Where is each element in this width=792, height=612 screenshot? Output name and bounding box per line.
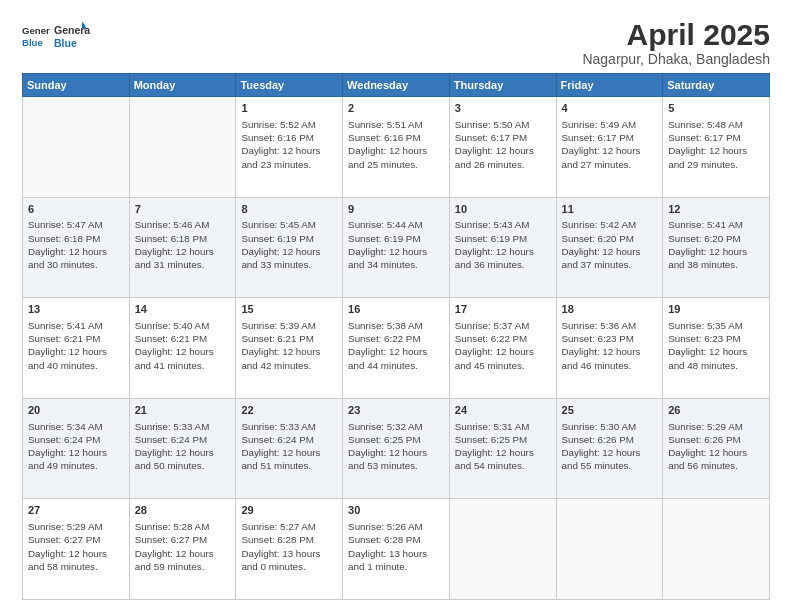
calendar-cell [129, 97, 236, 198]
day-number: 23 [348, 403, 444, 418]
day-number: 22 [241, 403, 337, 418]
week-row-2: 6Sunrise: 5:47 AM Sunset: 6:18 PM Daylig… [23, 197, 770, 298]
day-number: 14 [135, 302, 231, 317]
header: General Blue General Blue General Blue A… [22, 18, 770, 67]
calendar-cell [23, 97, 130, 198]
calendar-cell: 8Sunrise: 5:45 AM Sunset: 6:19 PM Daylig… [236, 197, 343, 298]
calendar-cell: 27Sunrise: 5:29 AM Sunset: 6:27 PM Dayli… [23, 499, 130, 600]
day-number: 2 [348, 101, 444, 116]
day-info: Sunrise: 5:26 AM Sunset: 6:28 PM Dayligh… [348, 520, 444, 573]
day-info: Sunrise: 5:29 AM Sunset: 6:27 PM Dayligh… [28, 520, 124, 573]
day-number: 30 [348, 503, 444, 518]
calendar-cell: 20Sunrise: 5:34 AM Sunset: 6:24 PM Dayli… [23, 398, 130, 499]
day-number: 5 [668, 101, 764, 116]
calendar-cell: 30Sunrise: 5:26 AM Sunset: 6:28 PM Dayli… [343, 499, 450, 600]
calendar-cell [556, 499, 663, 600]
day-info: Sunrise: 5:49 AM Sunset: 6:17 PM Dayligh… [562, 118, 658, 171]
day-info: Sunrise: 5:45 AM Sunset: 6:19 PM Dayligh… [241, 218, 337, 271]
calendar-cell: 28Sunrise: 5:28 AM Sunset: 6:27 PM Dayli… [129, 499, 236, 600]
day-number: 26 [668, 403, 764, 418]
day-info: Sunrise: 5:52 AM Sunset: 6:16 PM Dayligh… [241, 118, 337, 171]
day-number: 18 [562, 302, 658, 317]
day-info: Sunrise: 5:37 AM Sunset: 6:22 PM Dayligh… [455, 319, 551, 372]
day-info: Sunrise: 5:36 AM Sunset: 6:23 PM Dayligh… [562, 319, 658, 372]
day-info: Sunrise: 5:32 AM Sunset: 6:25 PM Dayligh… [348, 420, 444, 473]
calendar-cell: 4Sunrise: 5:49 AM Sunset: 6:17 PM Daylig… [556, 97, 663, 198]
day-number: 3 [455, 101, 551, 116]
day-info: Sunrise: 5:41 AM Sunset: 6:20 PM Dayligh… [668, 218, 764, 271]
weekday-tuesday: Tuesday [236, 74, 343, 97]
weekday-thursday: Thursday [449, 74, 556, 97]
day-info: Sunrise: 5:38 AM Sunset: 6:22 PM Dayligh… [348, 319, 444, 372]
subtitle: Nagarpur, Dhaka, Bangladesh [582, 51, 770, 67]
weekday-header-row: SundayMondayTuesdayWednesdayThursdayFrid… [23, 74, 770, 97]
calendar-cell: 26Sunrise: 5:29 AM Sunset: 6:26 PM Dayli… [663, 398, 770, 499]
weekday-saturday: Saturday [663, 74, 770, 97]
calendar-cell: 13Sunrise: 5:41 AM Sunset: 6:21 PM Dayli… [23, 298, 130, 399]
calendar-cell: 23Sunrise: 5:32 AM Sunset: 6:25 PM Dayli… [343, 398, 450, 499]
calendar-table: SundayMondayTuesdayWednesdayThursdayFrid… [22, 73, 770, 600]
calendar-cell: 3Sunrise: 5:50 AM Sunset: 6:17 PM Daylig… [449, 97, 556, 198]
calendar-cell [449, 499, 556, 600]
svg-text:Blue: Blue [22, 37, 43, 48]
day-number: 21 [135, 403, 231, 418]
calendar-cell: 14Sunrise: 5:40 AM Sunset: 6:21 PM Dayli… [129, 298, 236, 399]
day-info: Sunrise: 5:39 AM Sunset: 6:21 PM Dayligh… [241, 319, 337, 372]
day-number: 15 [241, 302, 337, 317]
day-info: Sunrise: 5:30 AM Sunset: 6:26 PM Dayligh… [562, 420, 658, 473]
day-info: Sunrise: 5:33 AM Sunset: 6:24 PM Dayligh… [135, 420, 231, 473]
calendar-cell: 15Sunrise: 5:39 AM Sunset: 6:21 PM Dayli… [236, 298, 343, 399]
calendar-cell: 10Sunrise: 5:43 AM Sunset: 6:19 PM Dayli… [449, 197, 556, 298]
calendar-cell: 5Sunrise: 5:48 AM Sunset: 6:17 PM Daylig… [663, 97, 770, 198]
calendar-cell: 1Sunrise: 5:52 AM Sunset: 6:16 PM Daylig… [236, 97, 343, 198]
day-info: Sunrise: 5:46 AM Sunset: 6:18 PM Dayligh… [135, 218, 231, 271]
day-info: Sunrise: 5:42 AM Sunset: 6:20 PM Dayligh… [562, 218, 658, 271]
week-row-5: 27Sunrise: 5:29 AM Sunset: 6:27 PM Dayli… [23, 499, 770, 600]
day-number: 4 [562, 101, 658, 116]
day-number: 9 [348, 202, 444, 217]
day-number: 10 [455, 202, 551, 217]
page: General Blue General Blue General Blue A… [0, 0, 792, 612]
calendar-cell: 7Sunrise: 5:46 AM Sunset: 6:18 PM Daylig… [129, 197, 236, 298]
day-number: 24 [455, 403, 551, 418]
weekday-sunday: Sunday [23, 74, 130, 97]
day-info: Sunrise: 5:28 AM Sunset: 6:27 PM Dayligh… [135, 520, 231, 573]
day-info: Sunrise: 5:47 AM Sunset: 6:18 PM Dayligh… [28, 218, 124, 271]
day-number: 28 [135, 503, 231, 518]
day-info: Sunrise: 5:31 AM Sunset: 6:25 PM Dayligh… [455, 420, 551, 473]
calendar-cell: 21Sunrise: 5:33 AM Sunset: 6:24 PM Dayli… [129, 398, 236, 499]
day-info: Sunrise: 5:48 AM Sunset: 6:17 PM Dayligh… [668, 118, 764, 171]
day-info: Sunrise: 5:44 AM Sunset: 6:19 PM Dayligh… [348, 218, 444, 271]
logo: General Blue General Blue General Blue [22, 18, 90, 54]
day-info: Sunrise: 5:33 AM Sunset: 6:24 PM Dayligh… [241, 420, 337, 473]
calendar-cell: 9Sunrise: 5:44 AM Sunset: 6:19 PM Daylig… [343, 197, 450, 298]
day-info: Sunrise: 5:43 AM Sunset: 6:19 PM Dayligh… [455, 218, 551, 271]
day-info: Sunrise: 5:29 AM Sunset: 6:26 PM Dayligh… [668, 420, 764, 473]
svg-text:Blue: Blue [54, 37, 77, 49]
week-row-3: 13Sunrise: 5:41 AM Sunset: 6:21 PM Dayli… [23, 298, 770, 399]
day-info: Sunrise: 5:27 AM Sunset: 6:28 PM Dayligh… [241, 520, 337, 573]
calendar-cell: 22Sunrise: 5:33 AM Sunset: 6:24 PM Dayli… [236, 398, 343, 499]
day-info: Sunrise: 5:40 AM Sunset: 6:21 PM Dayligh… [135, 319, 231, 372]
day-number: 25 [562, 403, 658, 418]
title-block: April 2025 Nagarpur, Dhaka, Bangladesh [582, 18, 770, 67]
day-info: Sunrise: 5:35 AM Sunset: 6:23 PM Dayligh… [668, 319, 764, 372]
calendar-cell: 19Sunrise: 5:35 AM Sunset: 6:23 PM Dayli… [663, 298, 770, 399]
logo-icon: General Blue [22, 22, 50, 50]
calendar-cell [663, 499, 770, 600]
day-number: 13 [28, 302, 124, 317]
calendar-cell: 6Sunrise: 5:47 AM Sunset: 6:18 PM Daylig… [23, 197, 130, 298]
week-row-4: 20Sunrise: 5:34 AM Sunset: 6:24 PM Dayli… [23, 398, 770, 499]
day-number: 12 [668, 202, 764, 217]
calendar-cell: 2Sunrise: 5:51 AM Sunset: 6:16 PM Daylig… [343, 97, 450, 198]
main-title: April 2025 [582, 18, 770, 51]
day-number: 6 [28, 202, 124, 217]
logo-bird: General Blue [54, 18, 90, 54]
day-number: 1 [241, 101, 337, 116]
day-info: Sunrise: 5:41 AM Sunset: 6:21 PM Dayligh… [28, 319, 124, 372]
calendar-cell: 11Sunrise: 5:42 AM Sunset: 6:20 PM Dayli… [556, 197, 663, 298]
calendar-cell: 29Sunrise: 5:27 AM Sunset: 6:28 PM Dayli… [236, 499, 343, 600]
day-number: 11 [562, 202, 658, 217]
day-info: Sunrise: 5:34 AM Sunset: 6:24 PM Dayligh… [28, 420, 124, 473]
calendar-cell: 16Sunrise: 5:38 AM Sunset: 6:22 PM Dayli… [343, 298, 450, 399]
